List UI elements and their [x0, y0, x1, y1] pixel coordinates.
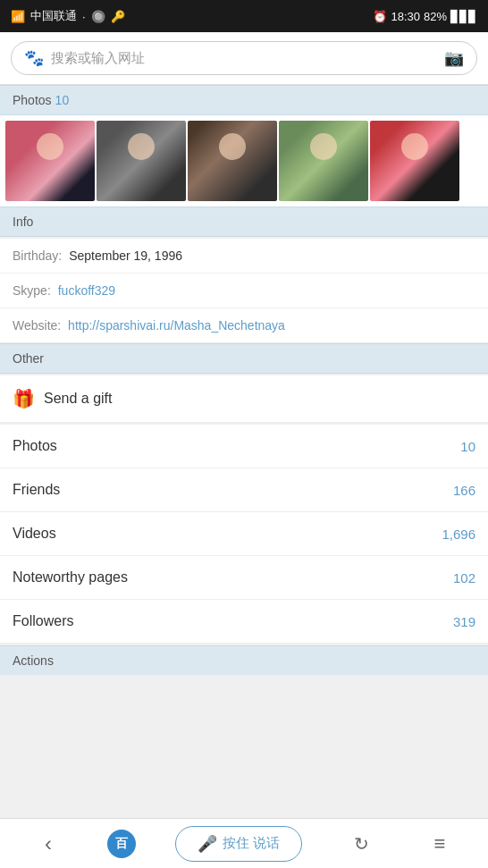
search-bar[interactable]: 🐾 搜索或输入网址 📷 [11, 41, 477, 75]
back-button[interactable]: ‹ [29, 824, 68, 864]
photos-section-header: Photos10 [0, 85, 488, 115]
stat-row-followers[interactable]: Followers 319 [0, 600, 488, 644]
bottom-nav: ‹ 百 🎤 按住 说话 ↻ ≡ [0, 818, 488, 868]
stat-label-friends: Friends [13, 482, 453, 498]
voice-button[interactable]: 🎤 按住 说话 [175, 826, 302, 862]
photo-thumb[interactable] [188, 121, 277, 201]
stat-label-noteworthy: Noteworthy pages [13, 569, 453, 586]
search-input[interactable]: 搜索或输入网址 [51, 50, 437, 67]
birthday-value: September 19, 1996 [69, 249, 182, 263]
gift-icon: 🎁 [13, 388, 35, 409]
other-header-label: Other [13, 351, 44, 366]
other-section: 🎁 Send a gift [0, 375, 488, 423]
carrier-label: 中国联通 [30, 8, 77, 24]
photos-grid [0, 115, 488, 206]
actions-label: Actions [13, 653, 54, 668]
alarm-icon: ⏰ [373, 10, 387, 23]
status-left: 📶 中国联通 · 🔘 🔑 [11, 8, 125, 24]
time-label: 18:30 [391, 10, 420, 23]
birthday-row: Birthday: September 19, 1996 [0, 239, 488, 274]
search-bar-container: 🐾 搜索或输入网址 📷 [0, 32, 488, 85]
actions-section-header: Actions [0, 645, 488, 675]
stat-row-noteworthy[interactable]: Noteworthy pages 102 [0, 556, 488, 600]
reload-button[interactable]: ↻ [341, 824, 381, 864]
stat-value-videos: 1,696 [442, 527, 475, 542]
stat-label-followers: Followers [13, 613, 453, 629]
info-header-label: Info [13, 215, 33, 229]
stat-label-photos: Photos [13, 438, 460, 454]
stat-row-videos[interactable]: Videos 1,696 [0, 512, 488, 556]
stat-value-photos: 10 [460, 439, 475, 454]
website-label: Website: [13, 318, 61, 333]
stat-value-friends: 166 [453, 483, 475, 498]
info-section: Birthday: September 19, 1996 Skype: fuck… [0, 239, 488, 343]
stat-label-videos: Videos [13, 526, 442, 542]
photos-count: 10 [55, 93, 70, 107]
send-gift-row[interactable]: 🎁 Send a gift [0, 375, 488, 423]
birthday-label: Birthday: [13, 249, 62, 263]
battery-icon: ▊▊▊ [450, 10, 477, 23]
other-section-header: Other [0, 343, 488, 374]
info-section-header: Info [0, 206, 488, 237]
stat-value-followers: 319 [453, 614, 475, 629]
status-right: ⏰ 18:30 82% ▊▊▊ [373, 10, 477, 23]
photo-thumb[interactable] [279, 121, 368, 201]
stats-section: Photos 10 Friends 166 Videos 1,696 Notew… [0, 425, 488, 644]
status-bar: 📶 中国联通 · 🔘 🔑 ⏰ 18:30 82% ▊▊▊ [0, 0, 488, 32]
dot-separator: · [82, 10, 86, 23]
photo-thumb[interactable] [97, 121, 186, 201]
microphone-icon: 🎤 [198, 834, 217, 854]
baidu-search-icon: 🐾 [24, 48, 44, 68]
voice-label: 按住 说话 [223, 835, 280, 852]
battery-label: 82% [424, 10, 447, 23]
stat-row-friends[interactable]: Friends 166 [0, 468, 488, 512]
send-gift-label: Send a gift [44, 391, 113, 407]
stat-value-noteworthy: 102 [453, 570, 475, 586]
menu-button[interactable]: ≡ [420, 824, 459, 864]
baidu-icon[interactable]: 百 [107, 830, 136, 858]
key-icon: 🔑 [111, 10, 125, 23]
wifi-icon: 🔘 [91, 10, 105, 23]
signal-icon: 📶 [11, 10, 25, 23]
website-row: Website: http://sparshivai.ru/Masha_Nech… [0, 308, 488, 343]
photo-thumb[interactable] [370, 121, 459, 201]
skype-value[interactable]: fuckoff329 [58, 283, 115, 298]
photos-header-label: Photos [13, 93, 52, 107]
skype-row: Skype: fuckoff329 [0, 274, 488, 308]
photo-thumb[interactable] [5, 121, 95, 201]
website-value[interactable]: http://sparshivai.ru/Masha_Nechetnaya [68, 318, 285, 333]
camera-icon[interactable]: 📷 [444, 48, 464, 68]
stat-row-photos[interactable]: Photos 10 [0, 425, 488, 468]
skype-label: Skype: [13, 283, 51, 298]
